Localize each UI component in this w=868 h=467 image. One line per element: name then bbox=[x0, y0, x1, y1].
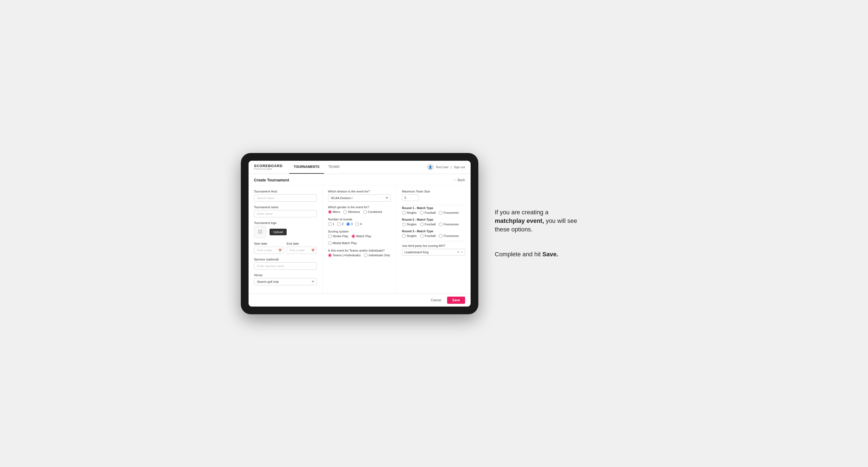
tablet-screen: SCOREBOARD Powered by clippit TOURNAMENT… bbox=[249, 161, 471, 307]
round3-fourball-label: Fourball bbox=[425, 234, 436, 238]
round3-singles-radio[interactable] bbox=[402, 234, 406, 238]
brand-sub: Powered by clippit bbox=[254, 168, 283, 170]
round1-singles[interactable]: Singles bbox=[402, 211, 417, 215]
avatar: 👤 bbox=[427, 164, 434, 170]
start-date-input[interactable] bbox=[254, 247, 284, 254]
round1-singles-radio[interactable] bbox=[402, 211, 406, 215]
api-tag-label: Leaderboard King bbox=[405, 250, 455, 254]
annotations: If you are creating a matchplay event, y… bbox=[495, 208, 578, 259]
start-date-label: Start date bbox=[254, 242, 284, 245]
logo-upload-area: 🖼 Upload bbox=[254, 226, 317, 238]
sponsor-group: Sponsor (optional) bbox=[254, 258, 317, 270]
round3-foursomes-radio[interactable] bbox=[439, 234, 442, 238]
outer-wrapper: SCOREBOARD Powered by clippit TOURNAMENT… bbox=[241, 153, 627, 314]
tournament-name-group: Tournament name bbox=[254, 206, 317, 217]
max-team-size-label: Maximum Team Size bbox=[402, 190, 465, 193]
sign-out-link[interactable]: Sign out bbox=[454, 165, 465, 169]
round2-singles[interactable]: Singles bbox=[402, 223, 417, 226]
gender-womens-radio[interactable] bbox=[343, 210, 347, 214]
round3-foursomes[interactable]: Foursomes bbox=[439, 234, 459, 238]
tournament-name-label: Tournament name bbox=[254, 206, 317, 209]
round2-match-type: Round 2 - Match Type Singles Fourball bbox=[402, 218, 465, 226]
round3-label: Round 3 - Match Type bbox=[402, 229, 465, 233]
page-header: Create Tournament ← Back bbox=[249, 174, 471, 185]
scoring-medal-radio[interactable] bbox=[328, 241, 332, 245]
teams-plus-radio[interactable] bbox=[328, 253, 332, 257]
gender-womens[interactable]: Womens bbox=[343, 210, 360, 214]
scoring-stroke[interactable]: Stroke Play bbox=[328, 235, 348, 238]
sponsor-input[interactable] bbox=[254, 262, 317, 270]
round3-fourball[interactable]: Fourball bbox=[420, 234, 436, 238]
page-title: Create Tournament bbox=[254, 178, 289, 182]
scoring-label: Scoring system bbox=[328, 230, 391, 233]
round-1-label: 1 bbox=[333, 222, 335, 226]
round-2-radio[interactable] bbox=[337, 222, 341, 226]
round1-singles-label: Singles bbox=[407, 211, 417, 214]
round3-singles[interactable]: Singles bbox=[402, 234, 417, 238]
individuals-only-radio[interactable] bbox=[364, 253, 368, 257]
round2-foursomes[interactable]: Foursomes bbox=[439, 223, 459, 226]
scoring-match-radio[interactable] bbox=[351, 235, 355, 238]
round-2[interactable]: 2 bbox=[337, 222, 344, 226]
gender-mens-radio[interactable] bbox=[328, 210, 332, 214]
back-link[interactable]: ← Back bbox=[453, 178, 465, 182]
individuals-only-label: Individuals Only bbox=[369, 253, 390, 257]
round2-fourball-radio[interactable] bbox=[420, 223, 424, 226]
tournament-name-input[interactable] bbox=[254, 210, 317, 217]
gender-mens-label: Mens bbox=[333, 210, 340, 214]
form-footer: Cancel Save bbox=[249, 293, 471, 307]
cancel-button[interactable]: Cancel bbox=[428, 297, 444, 304]
start-date-group: Start date 📅 bbox=[254, 242, 284, 254]
round1-fourball-label: Fourball bbox=[425, 211, 436, 214]
individuals-only[interactable]: Individuals Only bbox=[364, 253, 390, 257]
api-tag-arrow[interactable]: ▾ bbox=[461, 250, 463, 253]
gender-combined-radio[interactable] bbox=[364, 210, 367, 214]
round1-foursomes-radio[interactable] bbox=[439, 211, 442, 215]
scoring-radio-group: Stroke Play Match Play Medal Match Play bbox=[328, 235, 391, 245]
end-date-label: End date bbox=[287, 242, 317, 245]
save-button[interactable]: Save bbox=[447, 297, 465, 304]
tab-teams[interactable]: TEAMS bbox=[324, 161, 344, 174]
round-1-radio[interactable] bbox=[328, 222, 332, 226]
round3-match-type: Round 3 - Match Type Singles Fourball bbox=[402, 229, 465, 238]
tournament-host-label: Tournament Host bbox=[254, 190, 317, 193]
scoring-match[interactable]: Match Play bbox=[351, 235, 371, 238]
round3-fourball-radio[interactable] bbox=[420, 234, 424, 238]
round-1[interactable]: 1 bbox=[328, 222, 335, 226]
max-team-size-input[interactable]: 5 bbox=[402, 194, 419, 201]
venue-select[interactable]: Search golf club bbox=[254, 278, 317, 285]
scoring-medal[interactable]: Medal Match Play bbox=[328, 241, 357, 245]
annotation-top-bold: matchplay event, bbox=[495, 217, 544, 224]
middle-column: Which division is the event for? NCAA Di… bbox=[322, 185, 397, 293]
api-tag-close[interactable]: ✕ bbox=[457, 250, 460, 254]
round-4-radio[interactable] bbox=[355, 222, 359, 226]
round1-fourball[interactable]: Fourball bbox=[420, 211, 436, 215]
date-row: Start date 📅 End date bbox=[254, 242, 317, 254]
division-group: Which division is the event for? NCAA Di… bbox=[328, 190, 391, 201]
end-date-input[interactable] bbox=[287, 247, 317, 254]
upload-button[interactable]: Upload bbox=[270, 229, 287, 235]
gender-label: Which gender is the event for? bbox=[328, 206, 391, 209]
division-select[interactable]: NCAA Division I bbox=[328, 194, 391, 201]
gender-group: Which gender is the event for? Mens Wome… bbox=[328, 206, 391, 214]
round2-foursomes-radio[interactable] bbox=[439, 223, 442, 226]
end-date-wrapper: 📅 bbox=[287, 247, 317, 254]
gender-combined[interactable]: Combined bbox=[364, 210, 382, 214]
navbar-right: 👤 Test User | Sign out bbox=[427, 164, 465, 170]
annotation-bottom: Complete and hit Save. bbox=[495, 250, 578, 259]
round-3[interactable]: 3 bbox=[346, 222, 353, 226]
round2-singles-radio[interactable] bbox=[402, 223, 406, 226]
round-3-radio[interactable] bbox=[346, 222, 350, 226]
teams-plus-individuals[interactable]: Teams (+Individuals) bbox=[328, 253, 361, 257]
tab-tournaments[interactable]: TOURNAMENTS bbox=[289, 161, 324, 174]
tablet-frame: SCOREBOARD Powered by clippit TOURNAMENT… bbox=[241, 153, 478, 314]
round1-foursomes[interactable]: Foursomes bbox=[439, 211, 459, 215]
round2-options: Singles Fourball Foursomes bbox=[402, 223, 465, 226]
tournament-host-input[interactable] bbox=[254, 194, 317, 201]
gender-mens[interactable]: Mens bbox=[328, 210, 340, 214]
round2-fourball[interactable]: Fourball bbox=[420, 223, 436, 226]
scoring-match-label: Match Play bbox=[356, 235, 371, 238]
round1-fourball-radio[interactable] bbox=[420, 211, 424, 215]
round-4[interactable]: 4 bbox=[355, 222, 362, 226]
scoring-stroke-radio[interactable] bbox=[328, 235, 332, 238]
